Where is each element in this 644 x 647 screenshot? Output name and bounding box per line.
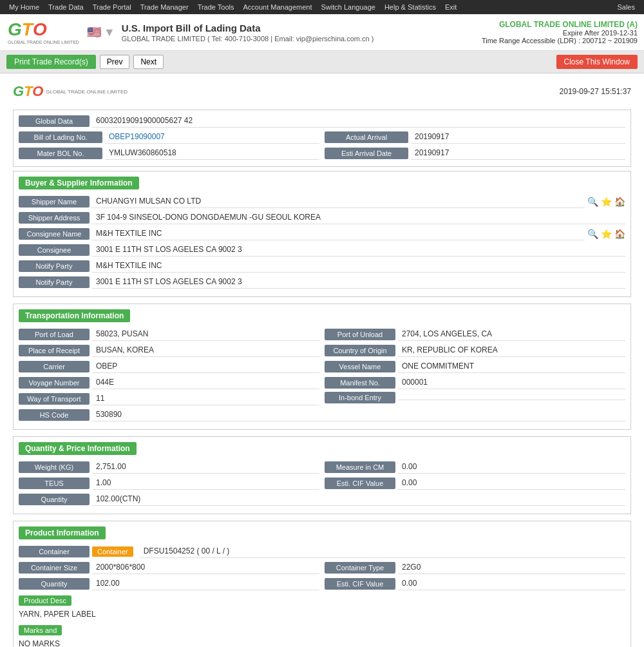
product-title: Product Information [19, 526, 106, 539]
bol-row: Bill of Lading No. OBEP19090007 [19, 130, 319, 144]
nav-tradeportal[interactable]: Trade Portal [89, 2, 135, 12]
shipper-home-icon[interactable]: 🏠 [614, 197, 625, 207]
bol-value: OBEP19090007 [105, 130, 319, 144]
carrier-value: OBEP [92, 360, 319, 373]
header-bar: G T O GLOBAL TRADE ONLINE LIMITED 🇺🇸 ▼ U… [0, 14, 644, 51]
header-flag: 🇺🇸 ▼ [87, 25, 115, 39]
inbond-row: In-bond Entry [325, 392, 625, 403]
way-transport-label: Way of Transport [19, 393, 90, 405]
container-type-value: 22G0 [398, 561, 625, 574]
port-load-label: Port of Load [19, 329, 90, 340]
manifest-label: Manifest No. [325, 377, 395, 389]
container-size-row: Container Size 2000*806*800 [19, 561, 319, 574]
notify-party2-value: 3001 E 11TH ST LOS AGELES CA 9002 3 [92, 275, 625, 289]
notify-party-row: Notify Party M&H TEXTILE INC [19, 259, 625, 273]
container-row: Container Container DFSU1504252 ( 00 / L… [19, 545, 625, 558]
weight-label: Weight (KG) [19, 461, 90, 473]
voyage-label: Voyage Number [19, 377, 90, 389]
container-badge: Container [92, 546, 133, 557]
notify-party-label: Notify Party [19, 260, 90, 272]
prev-top-button[interactable]: Prev [100, 55, 130, 69]
product-quantity-value: 102.00 [92, 577, 319, 590]
nav-exit[interactable]: Exit [441, 2, 460, 12]
manifest-value: 000001 [398, 376, 625, 389]
shipper-name-row: Shipper Name CHUANGYI MULSAN CO LTD 🔍 ⭐ … [19, 195, 625, 208]
port-unload-label: Port of Unload [325, 329, 395, 340]
print-top-button[interactable]: Print Trade Record(s) [6, 55, 96, 69]
shipper-address-label: Shipper Address [19, 212, 90, 224]
nav-myhome[interactable]: My Home [5, 2, 43, 12]
nav-tradetools[interactable]: Trade Tools [194, 2, 238, 12]
next-top-button[interactable]: Next [133, 55, 164, 69]
vessel-name-label: Vessel Name [325, 361, 395, 372]
nav-help[interactable]: Help & Statistics [381, 2, 440, 12]
logo-subtitle: GLOBAL TRADE ONLINE LIMITED [8, 40, 79, 45]
container-type-label: Container Type [325, 562, 395, 574]
logo: G T O GLOBAL TRADE ONLINE LIMITED [6, 18, 80, 46]
flag-icon: 🇺🇸 [87, 25, 101, 39]
shipper-star-icon[interactable]: ⭐ [601, 197, 612, 207]
consignee-name-value: M&H TEXTILE INC [92, 227, 585, 240]
measure-label: Measure in CM [325, 461, 395, 473]
way-transport-row: Way of Transport 11 [19, 392, 319, 405]
close-top-button[interactable]: Close This Window [556, 55, 638, 69]
header-subtitle: GLOBAL TRADE LIMITED ( Tel: 400-710-3008… [122, 35, 374, 43]
consignee-home-icon[interactable]: 🏠 [614, 229, 625, 239]
nav-tradedata[interactable]: Trade Data [44, 2, 88, 12]
shipper-address-row: Shipper Address 3F 104-9 SINSEOL-DONG DO… [19, 211, 625, 224]
container-label: Container [19, 546, 90, 557]
place-receipt-value: BUSAN, KOREA [92, 343, 319, 357]
inbond-value [398, 396, 625, 400]
country-origin-value: KR, REPUBLIC OF KOREA [398, 343, 625, 357]
marks-label: Marks and [19, 625, 62, 635]
notify-party2-row: Notify Party 3001 E 11TH ST LOS AGELES C… [19, 275, 625, 289]
notify-party-value: M&H TEXTILE INC [92, 259, 625, 273]
container-value: DFSU1504252 ( 00 / L / ) [140, 545, 625, 558]
main-content: GTO GLOBAL TRADE ONLINE LIMITED 2019-09-… [0, 73, 644, 647]
nav-accountmgmt[interactable]: Account Management [240, 2, 316, 12]
shipper-search-icon[interactable]: 🔍 [587, 197, 598, 207]
logo-t: T [22, 19, 33, 40]
master-bol-value: YMLUW360860518 [105, 146, 319, 160]
header-left: G T O GLOBAL TRADE ONLINE LIMITED 🇺🇸 ▼ U… [6, 18, 374, 46]
way-transport-value: 11 [92, 392, 319, 405]
country-origin-row: Country of Origin KR, REPUBLIC OF KOREA [325, 343, 625, 357]
container-size-label: Container Size [19, 562, 90, 574]
product-desc-value: YARN, PAPER LABEL [19, 608, 625, 620]
product-section: Product Information Container Container … [13, 521, 631, 647]
consignee-search-icon[interactable]: 🔍 [587, 229, 598, 239]
transport-section: Transportation Information Port of Load … [13, 304, 631, 430]
vessel-name-row: Vessel Name ONE COMMITMENT [325, 360, 625, 373]
product-esti-cif-value: 0.00 [398, 577, 625, 590]
carrier-row: Carrier OBEP [19, 360, 319, 373]
consignee-name-label: Consignee Name [19, 228, 90, 240]
consignee-icons: 🔍 ⭐ 🏠 [587, 229, 625, 239]
quantity-title: Quantity & Price Information [19, 442, 137, 455]
inbond-label: In-bond Entry [325, 392, 395, 403]
port-load-value: 58023, PUSAN [92, 327, 319, 341]
top-nav: My Home Trade Data Trade Portal Trade Ma… [0, 0, 644, 14]
header-company: GLOBAL TRADE ONLINE LIMITED (A) [482, 20, 638, 29]
actual-arrival-label: Actual Arrival [325, 131, 408, 143]
weight-row: Weight (KG) 2,751.00 [19, 460, 319, 474]
port-unload-row: Port of Unload 2704, LOS ANGELES, CA [325, 327, 625, 341]
consignee-star-icon[interactable]: ⭐ [601, 229, 612, 239]
nav-trademanager[interactable]: Trade Manager [137, 2, 193, 12]
master-bol-label: Mater BOL No. [19, 148, 102, 159]
voyage-value: 044E [92, 376, 319, 389]
port-unload-value: 2704, LOS ANGELES, CA [398, 327, 625, 341]
logo-o: O [33, 19, 47, 40]
master-bol-row: Mater BOL No. YMLUW360860518 [19, 146, 319, 160]
weight-value: 2,751.00 [92, 460, 319, 474]
product-desc-label: Product Desc [19, 595, 71, 606]
esti-arrival-row: Esti Arrival Date 20190917 [325, 146, 625, 160]
port-load-row: Port of Load 58023, PUSAN [19, 327, 319, 341]
country-origin-label: Country of Origin [325, 345, 395, 356]
header-right: GLOBAL TRADE ONLINE LIMITED (A) Expire A… [482, 20, 638, 44]
global-data-section: Global Data 60032019091900005627 42 Bill… [13, 110, 631, 167]
nav-switchlang[interactable]: Switch Language [317, 2, 379, 12]
consignee-name-row: Consignee Name M&H TEXTILE INC 🔍 ⭐ 🏠 [19, 227, 625, 240]
transport-title: Transportation Information [19, 309, 130, 322]
container-type-row: Container Type 22G0 [325, 561, 625, 574]
global-data-row: Global Data 60032019091900005627 42 [19, 114, 625, 128]
